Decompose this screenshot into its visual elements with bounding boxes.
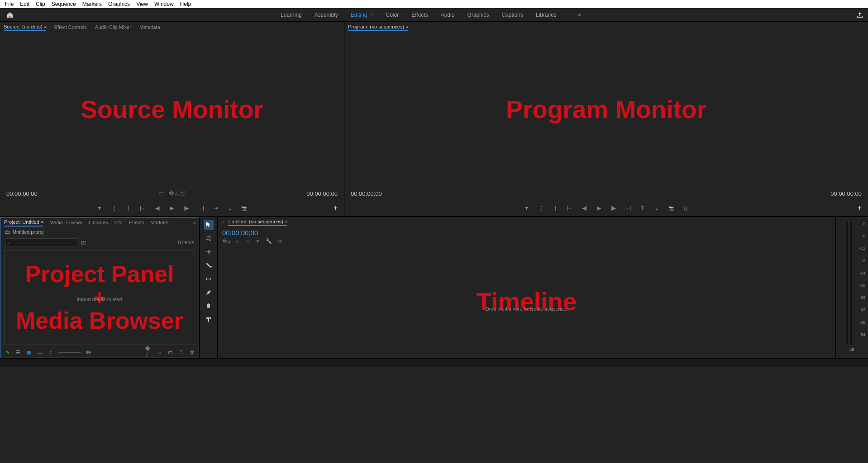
tab-info[interactable]: Info [114,220,122,225]
tab-effects-lower[interactable]: Effects [129,220,144,225]
workspace-effects[interactable]: Effects [411,12,428,18]
mark-in-button[interactable]: { [538,204,545,212]
zoom-slider-track[interactable] [58,352,81,353]
button-editor-plus[interactable]: + [858,204,862,212]
tool-ripple-edit[interactable] [204,247,214,257]
settings-icon[interactable]: �んだ [168,189,186,198]
workspace-audio[interactable]: Audio [441,12,455,18]
step-forward-button[interactable]: |▶ [610,204,617,212]
step-forward-button[interactable]: |▶ [183,204,190,212]
snap-icon[interactable]: ∩ [236,238,239,244]
new-item-button[interactable]: 🗋 [178,349,184,355]
tab-markers-lower[interactable]: Markers [150,220,168,225]
captions-icon[interactable]: cc [277,238,282,244]
settings-icon[interactable]: 🔧 [266,238,272,244]
hamburger-icon[interactable]: ≡ [285,219,287,224]
menu-edit[interactable]: Edit [17,1,33,7]
program-monitor-viewport[interactable]: Program Monitor [344,33,868,187]
add-marker-button[interactable]: ▼ [96,204,103,212]
tool-slip[interactable] [204,274,214,284]
tool-selection[interactable] [204,220,214,230]
filter-bin-icon[interactable]: ◰ [81,240,86,246]
mark-out-button[interactable]: } [552,204,559,212]
share-button[interactable] [845,11,868,19]
lift-button[interactable]: ⤒ [639,204,646,212]
play-button[interactable]: ▶ [168,204,176,212]
go-to-in-button[interactable]: |← [139,204,147,212]
menu-window[interactable]: Window [151,1,177,7]
step-back-button[interactable]: ◀| [154,204,161,212]
project-bin-area[interactable]: Project Panel + Media Browser Import med… [4,250,195,345]
menu-markers[interactable]: Markers [79,1,105,7]
workspace-overflow-button[interactable]: » [578,12,581,18]
menu-file[interactable]: File [2,1,17,7]
tab-project[interactable]: Project: Untitled≡ [4,219,43,227]
workspace-graphics[interactable]: Graphics [467,12,489,18]
project-writable-icon[interactable]: ✎ [4,349,10,355]
automate-to-sequence-button[interactable]: �⺪ [145,349,152,355]
project-search-input[interactable]: ⌕ [5,238,77,246]
menu-help[interactable]: Help [177,1,195,7]
add-marker-button[interactable]: ▼ [523,204,530,212]
workspace-editing[interactable]: Editing≡ [351,12,373,18]
mark-in-button[interactable]: { [110,204,118,212]
marker-icon[interactable]: ▼ [255,238,260,244]
mark-out-button[interactable]: } [125,204,132,212]
sort-button[interactable]: ≡▾ [86,349,92,355]
home-button[interactable] [4,9,16,20]
linked-selection-icon[interactable]: ⫘ [245,238,250,244]
tab-metadata[interactable]: Metadata [139,24,160,30]
tab-program[interactable]: Program: (no sequences)≡ [348,24,408,31]
list-view-button[interactable]: ☰ [15,349,21,355]
go-to-out-button[interactable]: →| [197,204,205,212]
menu-graphics[interactable]: Graphics [105,1,133,7]
workspace-libraries[interactable]: Libraries [536,12,557,18]
find-button[interactable]: ⌕ [156,349,162,355]
comparison-view-button[interactable]: ◫ [682,204,690,212]
new-bin-button[interactable]: 🗀 [167,349,173,355]
menu-clip[interactable]: Clip [33,1,48,7]
nest-icon[interactable]: �ߛ [222,238,230,244]
insert-button[interactable]: ⇥ [212,204,219,212]
source-timecode-left[interactable]: 00;00;00;00 [6,190,38,197]
fit-icon[interactable]: ▭ [158,189,164,198]
tool-type[interactable] [204,315,214,325]
icon-view-button[interactable]: ▦ [26,349,32,355]
play-button[interactable]: ▶ [596,204,603,212]
button-editor-plus[interactable]: + [334,204,338,212]
export-frame-button[interactable]: 📷 [241,204,248,212]
tab-source[interactable]: Source: (no clips)≡ [4,24,46,31]
delete-button[interactable]: 🗑 [189,349,195,355]
tool-hand[interactable] [204,301,214,311]
overwrite-button[interactable]: ⤓ [226,204,234,212]
tab-audio-clip-mixer[interactable]: Audio Clip Mixer [95,24,131,30]
extract-button[interactable]: ⤓ [653,204,661,212]
tool-track-select[interactable] [204,233,214,243]
tabs-overflow-button[interactable]: » [193,220,196,225]
freeform-view-button[interactable]: ▭ [37,349,43,355]
source-monitor-viewport[interactable]: Source Monitor [0,33,344,187]
timeline-tab-close[interactable]: × [221,220,224,225]
go-to-out-button[interactable]: →| [625,204,632,212]
timeline-timecode[interactable]: 00;00;00;00 [222,229,831,236]
menu-sequence[interactable]: Sequence [48,1,79,7]
tool-pen[interactable] [204,288,214,298]
program-timecode-left[interactable]: 00;00;00;00 [351,190,382,197]
hamburger-icon[interactable]: ≡ [406,24,408,29]
menu-view[interactable]: View [133,1,151,7]
hamburger-icon[interactable]: ≡ [44,24,46,29]
tool-razor[interactable] [204,260,214,270]
workspace-captions[interactable]: Captions [501,12,523,18]
tab-timeline[interactable]: Timeline: (no sequences)≡ [228,219,287,226]
workspace-color[interactable]: Color [386,12,399,18]
tab-effect-controls[interactable]: Effect Controls [54,24,87,30]
hamburger-icon[interactable]: ≡ [370,12,373,18]
tab-libraries-lower[interactable]: Libraries [89,220,108,225]
go-to-in-button[interactable]: |← [567,204,574,212]
zoom-slider-handle[interactable]: ○ [48,349,54,355]
export-frame-button[interactable]: 📷 [668,204,675,212]
timeline-track-area[interactable]: Timeline Drop media here to create seque… [218,246,835,358]
step-back-button[interactable]: ◀| [581,204,588,212]
workspace-learning[interactable]: Learning [281,12,302,18]
tab-media-browser[interactable]: Media Browser [49,220,82,225]
